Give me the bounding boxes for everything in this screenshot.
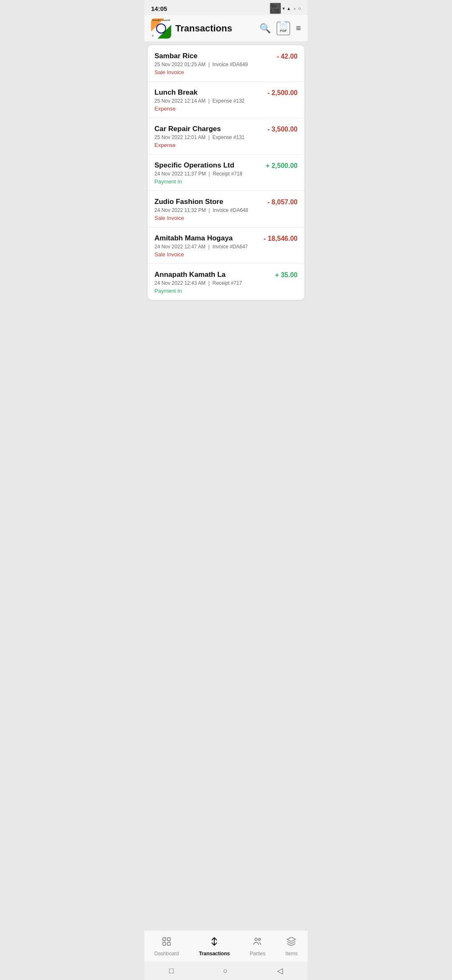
transaction-type: Expense	[154, 142, 262, 148]
transaction-row: Annapath Kamath La 24 Nov 2022 12:43 AM …	[154, 271, 298, 294]
transaction-item[interactable]: Car Repair Charges 25 Nov 2022 12:01 AM …	[148, 118, 304, 155]
transaction-row: Zudio Fashion Store 24 Nov 2022 11:32 PM…	[154, 198, 298, 221]
signal-icon: ▲	[287, 6, 291, 11]
transaction-row: Specific Operations Ltd 24 Nov 2022 11:3…	[154, 161, 298, 185]
wifi-icon: ▾	[282, 6, 285, 11]
menu-icon: ≡	[152, 34, 154, 38]
app-logo: Gandhi Jayanti ≡	[151, 18, 171, 39]
transaction-type: Sale Invoice	[154, 69, 272, 75]
status-time: 14:05	[151, 5, 167, 12]
battery-icon: ○	[298, 6, 301, 11]
status-bar: 14:05 VoLTE ▾ ▲ ▲ ○	[144, 0, 308, 15]
transaction-left: Lunch Break 25 Nov 2022 12:14 AM | Expen…	[154, 88, 267, 112]
status-icons: VoLTE ▾ ▲ ▲ ○	[270, 3, 301, 14]
transaction-row: Sambar Rice 25 Nov 2022 01:25 AM | Invoi…	[154, 52, 298, 75]
transaction-amount: - 42.00	[277, 52, 298, 60]
transaction-name: Lunch Break	[154, 88, 262, 97]
transaction-type: Sale Invoice	[154, 215, 262, 221]
transaction-amount: - 2,500.00	[267, 88, 298, 97]
transaction-left: Zudio Fashion Store 24 Nov 2022 11:32 PM…	[154, 198, 267, 221]
transaction-name: Amitabh Mama Hogaya	[154, 234, 259, 242]
transaction-left: Car Repair Charges 25 Nov 2022 12:01 AM …	[154, 125, 267, 148]
pdf-label: PDF	[280, 29, 287, 33]
transaction-row: Amitabh Mama Hogaya 24 Nov 2022 12:47 AM…	[154, 234, 298, 258]
pdf-button[interactable]: PDF	[277, 22, 290, 35]
volte-icon: VoLTE	[270, 3, 281, 14]
transaction-item[interactable]: Specific Operations Ltd 24 Nov 2022 11:3…	[148, 155, 304, 191]
transaction-type: Payment In	[154, 288, 270, 294]
transaction-meta: 24 Nov 2022 11:37 PM | Receipt #718	[154, 171, 261, 177]
transaction-row: Lunch Break 25 Nov 2022 12:14 AM | Expen…	[154, 88, 298, 112]
transaction-list: Sambar Rice 25 Nov 2022 01:25 AM | Invoi…	[148, 45, 304, 300]
gandhi-text: Gandhi Jayanti	[151, 19, 171, 21]
transaction-name: Car Repair Charges	[154, 125, 262, 133]
transaction-left: Amitabh Mama Hogaya 24 Nov 2022 12:47 AM…	[154, 234, 264, 258]
page-title: Transactions	[175, 23, 255, 34]
transaction-name: Sambar Rice	[154, 52, 272, 60]
transaction-type: Sale Invoice	[154, 251, 259, 258]
transaction-name: Specific Operations Ltd	[154, 161, 261, 170]
transaction-meta: 25 Nov 2022 12:01 AM | Expense #131	[154, 134, 262, 140]
transaction-amount: + 2,500.00	[266, 161, 298, 170]
transaction-amount: + 35.00	[275, 271, 298, 279]
header-actions: 🔍 PDF ≡	[259, 22, 301, 35]
transaction-type: Payment In	[154, 178, 261, 185]
transaction-item[interactable]: Zudio Fashion Store 24 Nov 2022 11:32 PM…	[148, 191, 304, 227]
transaction-amount: - 18,546.00	[264, 234, 298, 242]
transaction-left: Sambar Rice 25 Nov 2022 01:25 AM | Invoi…	[154, 52, 277, 75]
transaction-amount: - 3,500.00	[267, 125, 298, 133]
header: Gandhi Jayanti ≡ Transactions 🔍 PDF ≡	[144, 15, 308, 42]
transaction-meta: 24 Nov 2022 11:32 PM | Invoice #DA648	[154, 207, 262, 213]
transaction-name: Zudio Fashion Store	[154, 198, 262, 206]
transaction-item[interactable]: Annapath Kamath La 24 Nov 2022 12:43 AM …	[148, 264, 304, 300]
scroll-content: Sambar Rice 25 Nov 2022 01:25 AM | Invoi…	[144, 45, 308, 345]
transaction-amount: - 8,057.00	[267, 198, 298, 206]
transaction-meta: 24 Nov 2022 12:47 AM | Invoice #DA647	[154, 244, 259, 250]
transaction-left: Annapath Kamath La 24 Nov 2022 12:43 AM …	[154, 271, 275, 294]
transaction-item[interactable]: Sambar Rice 25 Nov 2022 01:25 AM | Invoi…	[148, 45, 304, 82]
transaction-meta: 25 Nov 2022 01:25 AM | Invoice #DA649	[154, 62, 272, 67]
transaction-type: Expense	[154, 106, 262, 112]
filter-icon[interactable]: ≡	[296, 23, 301, 33]
transaction-row: Car Repair Charges 25 Nov 2022 12:01 AM …	[154, 125, 298, 148]
transaction-item[interactable]: Amitabh Mama Hogaya 24 Nov 2022 12:47 AM…	[148, 227, 304, 264]
search-icon[interactable]: 🔍	[259, 23, 271, 34]
signal2-icon: ▲	[293, 6, 296, 10]
transaction-meta: 24 Nov 2022 12:43 AM | Receipt #717	[154, 280, 270, 286]
transaction-item[interactable]: Lunch Break 25 Nov 2022 12:14 AM | Expen…	[148, 82, 304, 118]
transaction-name: Annapath Kamath La	[154, 271, 270, 279]
transaction-meta: 25 Nov 2022 12:14 AM | Expense #132	[154, 98, 262, 104]
transaction-left: Specific Operations Ltd 24 Nov 2022 11:3…	[154, 161, 266, 185]
